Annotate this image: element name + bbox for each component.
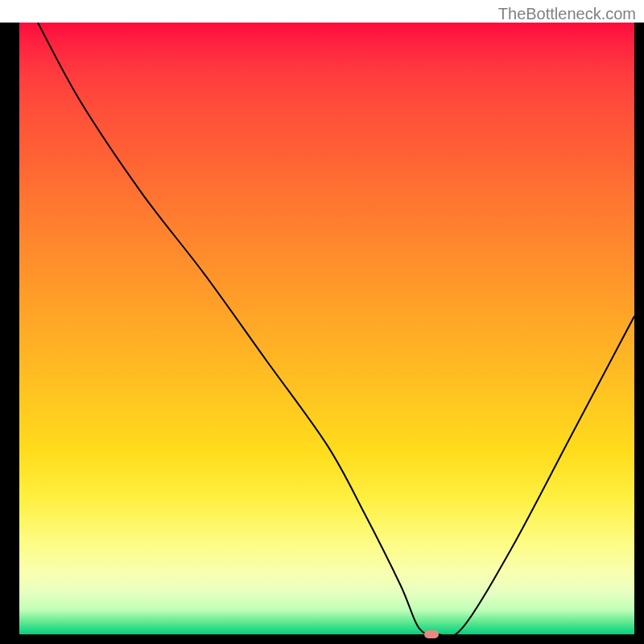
curve-svg [19, 23, 634, 634]
optimal-point-marker [424, 630, 439, 638]
attribution-text: TheBottleneck.com [498, 5, 636, 23]
bottleneck-curve-line [38, 23, 634, 634]
plot-area [0, 23, 644, 644]
bottleneck-chart: TheBottleneck.com [0, 0, 644, 644]
